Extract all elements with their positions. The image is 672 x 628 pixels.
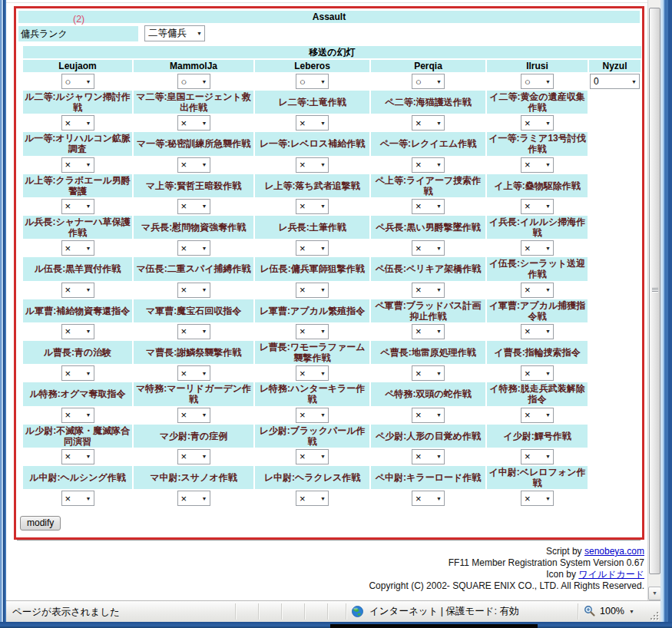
- mission-status-select[interactable]: ×▼: [61, 408, 94, 423]
- mission-status-select[interactable]: ×▼: [177, 283, 210, 298]
- mission-status-select[interactable]: ×▼: [61, 115, 94, 131]
- mission-status-select[interactable]: ×▼: [412, 115, 445, 131]
- mission-status-select[interactable]: ×▼: [61, 283, 94, 298]
- area-status-select-ilrusi[interactable]: ○▼: [521, 74, 554, 89]
- chevron-down-icon: ▼: [202, 287, 207, 293]
- chevron-down-icon: ▼: [86, 496, 91, 501]
- mission-status-select[interactable]: ×▼: [61, 240, 94, 256]
- mission-status-select[interactable]: ×▼: [296, 240, 329, 256]
- wildcard-link[interactable]: ワイルドカード: [578, 569, 644, 580]
- mission-status-select[interactable]: ×▼: [521, 449, 554, 464]
- mission-status-select[interactable]: ×▼: [296, 365, 329, 381]
- mission-status-select[interactable]: ×▼: [61, 157, 94, 173]
- senobeya-link[interactable]: senobeya.com: [584, 546, 644, 557]
- assault-table: 移送の幻灯 LeujaomMammolJaLeberosPerqiaIlrusi…: [23, 46, 641, 507]
- vertical-scrollbar[interactable]: ▼: [647, 0, 660, 600]
- scroll-down-button[interactable]: ▼: [648, 587, 661, 600]
- area-status-select-leujaom[interactable]: ○▼: [61, 74, 94, 89]
- mission-select-cell: ×▼: [371, 114, 485, 131]
- modify-button[interactable]: modify: [20, 516, 61, 530]
- mission-cell: ル上等:クラボエール男爵警護: [23, 174, 132, 197]
- mercenary-rank-select[interactable]: 二等傭兵 ▼: [144, 25, 205, 41]
- mission-status-select[interactable]: ×▼: [296, 491, 329, 506]
- mission-status-select[interactable]: ×▼: [521, 491, 554, 506]
- mission-select-cell: ×▼: [255, 365, 369, 382]
- select-value: ×: [525, 159, 531, 170]
- chevron-down-icon: ▼: [545, 329, 551, 334]
- mission-cell: イ軍曹:アプカル捕獲指令戦: [487, 299, 588, 322]
- mission-status-select[interactable]: ×▼: [177, 115, 210, 131]
- mission-status-select[interactable]: ×▼: [177, 449, 210, 464]
- select-value: ×: [181, 284, 187, 296]
- select-value: ×: [65, 493, 71, 504]
- select-value: ×: [300, 409, 306, 421]
- mission-select-cell: ×▼: [487, 114, 588, 131]
- mission-status-select[interactable]: ×▼: [412, 491, 445, 506]
- mission-status-select[interactable]: ×▼: [412, 199, 445, 214]
- mission-select-cell: ×▼: [371, 240, 485, 256]
- mission-status-select[interactable]: ×▼: [521, 115, 554, 131]
- mission-cell: ペ兵長:黒い男爵撃墜作戦: [371, 216, 485, 239]
- mission-status-select[interactable]: ×▼: [521, 408, 554, 423]
- mission-status-select[interactable]: ×▼: [412, 157, 445, 173]
- select-value: ×: [65, 117, 71, 129]
- mission-status-select[interactable]: ×▼: [61, 491, 94, 506]
- mission-status-select[interactable]: ×▼: [61, 365, 94, 381]
- mission-status-select[interactable]: ×▼: [61, 199, 94, 214]
- zoom-dropdown-arrow[interactable]: ▼: [629, 609, 634, 614]
- mission-status-select[interactable]: ×▼: [296, 157, 329, 173]
- scrollbar-thumb[interactable]: [649, 8, 660, 574]
- nyzul-empty-cell: [589, 216, 641, 239]
- mission-status-select[interactable]: ×▼: [177, 240, 210, 256]
- mission-status-select[interactable]: ×▼: [296, 115, 329, 131]
- resize-grip[interactable]: [649, 610, 658, 620]
- mission-status-select[interactable]: ×▼: [177, 491, 210, 506]
- area-status-select-leberos[interactable]: ○▼: [296, 74, 329, 89]
- area-status-select-mammolja[interactable]: ○▼: [177, 74, 210, 89]
- mission-status-select[interactable]: ×▼: [296, 324, 329, 339]
- mission-status-select[interactable]: ×▼: [521, 240, 554, 256]
- chevron-down-icon: ▼: [86, 412, 91, 418]
- mission-cell: ル兵長:シャナーハ草保護作戦: [23, 216, 132, 239]
- security-zone: インターネット | 保護モード: 有効: [352, 605, 518, 618]
- mission-status-select[interactable]: ×▼: [296, 449, 329, 464]
- mission-status-select[interactable]: ×▼: [412, 324, 445, 339]
- mission-status-select[interactable]: ×▼: [521, 365, 554, 381]
- mission-status-select[interactable]: ×▼: [412, 283, 445, 298]
- mission-status-select[interactable]: ×▼: [177, 324, 210, 339]
- mission-status-select[interactable]: ×▼: [412, 408, 445, 423]
- mission-status-select[interactable]: ×▼: [412, 449, 445, 464]
- mission-status-select[interactable]: ×▼: [296, 283, 329, 298]
- mission-status-select[interactable]: ×▼: [177, 157, 210, 173]
- zoom-control[interactable]: 100% ▼: [584, 605, 634, 617]
- mission-status-select[interactable]: ×▼: [412, 240, 445, 256]
- area-status-select-nyzul[interactable]: 0▼: [590, 74, 640, 89]
- select-value: ×: [525, 200, 531, 212]
- nyzul-empty-cell: [589, 91, 641, 114]
- area-status-select-perqia[interactable]: ○▼: [412, 74, 445, 89]
- mission-status-select[interactable]: ×▼: [61, 324, 94, 339]
- mission-cell: マ上等:賢哲王暗殺作戦: [134, 174, 253, 197]
- mission-status-select[interactable]: ×▼: [521, 283, 554, 298]
- mission-status-select[interactable]: ×▼: [61, 449, 94, 464]
- mission-status-select[interactable]: ×▼: [296, 199, 329, 214]
- mission-cell: ル伍長:黒羊買付作戦: [23, 257, 132, 280]
- chevron-down-icon: ▼: [202, 496, 207, 501]
- mission-cell: イ二等:黄金の遺産収集作戦: [487, 91, 588, 114]
- mission-status-select[interactable]: ×▼: [177, 408, 210, 423]
- mission-status-select[interactable]: ×▼: [412, 365, 445, 381]
- select-value: ×: [300, 326, 306, 337]
- mission-status-select[interactable]: ×▼: [521, 324, 554, 339]
- mercenary-rank-value: 二等傭兵: [148, 27, 187, 40]
- chevron-down-icon: ▼: [202, 162, 207, 167]
- mission-cell: イ曹長:指輪捜索指令: [487, 341, 588, 364]
- mission-cell: レ一等:レベロス補給作戦: [255, 132, 369, 155]
- mission-status-select[interactable]: ×▼: [521, 157, 554, 173]
- select-value: ×: [65, 159, 71, 170]
- mission-select-cell: ×▼: [23, 490, 132, 507]
- mission-status-select[interactable]: ×▼: [177, 199, 210, 214]
- mission-status-select[interactable]: ×▼: [296, 408, 329, 423]
- mission-status-select[interactable]: ×▼: [521, 199, 554, 214]
- top-select-cell: ○▼: [371, 73, 485, 90]
- mission-status-select[interactable]: ×▼: [177, 365, 210, 381]
